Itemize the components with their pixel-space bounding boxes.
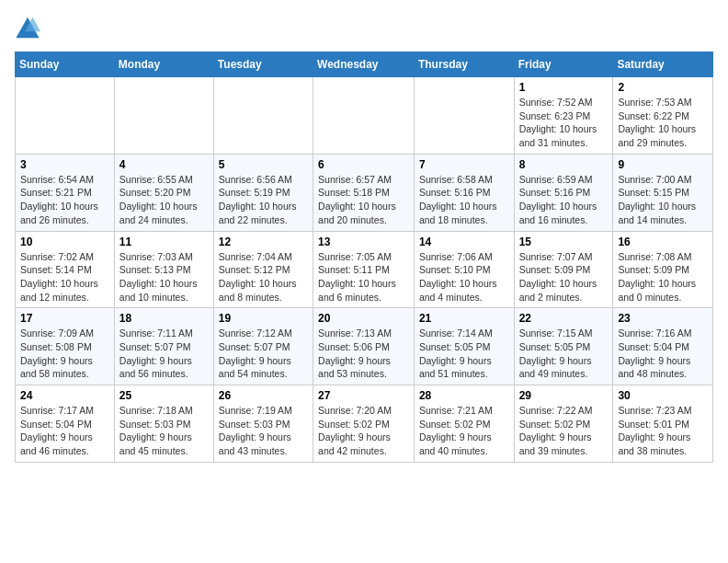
day-info: Sunrise: 7:00 AMSunset: 5:15 PMDaylight:… xyxy=(618,173,708,227)
calendar-cell xyxy=(213,77,313,155)
day-info: Sunrise: 7:08 AMSunset: 5:09 PMDaylight:… xyxy=(618,250,708,304)
calendar-body: 1Sunrise: 7:52 AMSunset: 6:23 PMDaylight… xyxy=(16,77,713,463)
calendar-week-3: 10Sunrise: 7:02 AMSunset: 5:14 PMDayligh… xyxy=(16,231,713,308)
calendar-cell: 18Sunrise: 7:11 AMSunset: 5:07 PMDayligh… xyxy=(114,308,213,385)
calendar-cell: 17Sunrise: 7:09 AMSunset: 5:08 PMDayligh… xyxy=(16,308,115,385)
day-info: Sunrise: 6:59 AMSunset: 5:16 PMDaylight:… xyxy=(519,173,609,227)
calendar-cell: 25Sunrise: 7:18 AMSunset: 5:03 PMDayligh… xyxy=(114,385,213,463)
column-header-friday: Friday xyxy=(514,52,613,77)
day-number: 7 xyxy=(419,158,509,171)
day-number: 26 xyxy=(219,389,308,402)
calendar-cell: 14Sunrise: 7:06 AMSunset: 5:10 PMDayligh… xyxy=(414,231,514,308)
calendar-cell: 10Sunrise: 7:02 AMSunset: 5:14 PMDayligh… xyxy=(16,231,115,308)
calendar-cell: 12Sunrise: 7:04 AMSunset: 5:12 PMDayligh… xyxy=(213,231,313,308)
day-info: Sunrise: 6:56 AMSunset: 5:19 PMDaylight:… xyxy=(219,173,308,227)
calendar-week-4: 17Sunrise: 7:09 AMSunset: 5:08 PMDayligh… xyxy=(16,308,713,385)
day-info: Sunrise: 7:07 AMSunset: 5:09 PMDaylight:… xyxy=(519,250,609,304)
day-number: 16 xyxy=(618,236,708,248)
calendar-header: SundayMondayTuesdayWednesdayThursdayFrid… xyxy=(16,52,713,77)
day-number: 21 xyxy=(419,312,509,325)
calendar-cell: 4Sunrise: 6:55 AMSunset: 5:20 PMDaylight… xyxy=(114,154,213,231)
calendar-cell: 27Sunrise: 7:20 AMSunset: 5:02 PMDayligh… xyxy=(313,385,415,463)
day-number: 23 xyxy=(618,312,708,325)
calendar-cell: 9Sunrise: 7:00 AMSunset: 5:15 PMDaylight… xyxy=(613,154,713,231)
day-info: Sunrise: 7:20 AMSunset: 5:02 PMDaylight:… xyxy=(318,404,409,458)
day-number: 13 xyxy=(318,236,409,248)
day-number: 25 xyxy=(119,389,209,402)
day-info: Sunrise: 7:53 AMSunset: 6:22 PMDaylight:… xyxy=(618,96,708,150)
day-number: 2 xyxy=(618,81,708,94)
day-number: 3 xyxy=(20,158,109,171)
calendar-week-2: 3Sunrise: 6:54 AMSunset: 5:21 PMDaylight… xyxy=(16,154,713,231)
day-number: 20 xyxy=(318,312,409,325)
day-info: Sunrise: 7:03 AMSunset: 5:13 PMDaylight:… xyxy=(119,250,209,304)
day-number: 6 xyxy=(318,158,409,171)
calendar-table: SundayMondayTuesdayWednesdayThursdayFrid… xyxy=(15,52,713,463)
day-info: Sunrise: 7:04 AMSunset: 5:12 PMDaylight:… xyxy=(219,250,308,304)
calendar-cell: 7Sunrise: 6:58 AMSunset: 5:16 PMDaylight… xyxy=(414,154,514,231)
day-number: 8 xyxy=(519,158,609,171)
day-info: Sunrise: 7:05 AMSunset: 5:11 PMDaylight:… xyxy=(318,250,409,304)
day-number: 27 xyxy=(318,389,409,402)
logo xyxy=(15,15,44,40)
calendar-cell: 30Sunrise: 7:23 AMSunset: 5:01 PMDayligh… xyxy=(613,385,713,463)
day-info: Sunrise: 7:16 AMSunset: 5:04 PMDaylight:… xyxy=(618,327,708,381)
day-number: 10 xyxy=(20,236,109,248)
day-info: Sunrise: 6:55 AMSunset: 5:20 PMDaylight:… xyxy=(119,173,209,227)
calendar-cell: 5Sunrise: 6:56 AMSunset: 5:19 PMDaylight… xyxy=(213,154,313,231)
day-info: Sunrise: 7:52 AMSunset: 6:23 PMDaylight:… xyxy=(519,96,609,150)
day-number: 4 xyxy=(119,158,209,171)
day-number: 19 xyxy=(219,312,308,325)
day-number: 15 xyxy=(519,236,609,248)
calendar-cell: 23Sunrise: 7:16 AMSunset: 5:04 PMDayligh… xyxy=(613,308,713,385)
day-info: Sunrise: 7:23 AMSunset: 5:01 PMDaylight:… xyxy=(618,404,708,458)
calendar-cell: 29Sunrise: 7:22 AMSunset: 5:02 PMDayligh… xyxy=(514,385,613,463)
day-info: Sunrise: 7:12 AMSunset: 5:07 PMDaylight:… xyxy=(219,327,308,381)
day-number: 9 xyxy=(618,158,708,171)
day-info: Sunrise: 7:17 AMSunset: 5:04 PMDaylight:… xyxy=(20,404,109,458)
calendar-cell xyxy=(16,77,115,155)
day-info: Sunrise: 7:13 AMSunset: 5:06 PMDaylight:… xyxy=(318,327,409,381)
day-number: 18 xyxy=(119,312,209,325)
day-number: 29 xyxy=(519,389,609,402)
column-header-saturday: Saturday xyxy=(613,52,713,77)
column-header-monday: Monday xyxy=(114,52,213,77)
day-info: Sunrise: 7:11 AMSunset: 5:07 PMDaylight:… xyxy=(119,327,209,381)
calendar-cell: 28Sunrise: 7:21 AMSunset: 5:02 PMDayligh… xyxy=(414,385,514,463)
calendar-cell xyxy=(114,77,213,155)
day-number: 11 xyxy=(119,236,209,248)
header-row: SundayMondayTuesdayWednesdayThursdayFrid… xyxy=(16,52,713,77)
day-number: 12 xyxy=(219,236,308,248)
day-info: Sunrise: 6:58 AMSunset: 5:16 PMDaylight:… xyxy=(419,173,509,227)
calendar-cell: 16Sunrise: 7:08 AMSunset: 5:09 PMDayligh… xyxy=(613,231,713,308)
calendar-cell: 2Sunrise: 7:53 AMSunset: 6:22 PMDaylight… xyxy=(613,77,713,155)
logo-icon xyxy=(15,15,40,40)
calendar-week-1: 1Sunrise: 7:52 AMSunset: 6:23 PMDaylight… xyxy=(16,77,713,155)
calendar-cell: 22Sunrise: 7:15 AMSunset: 5:05 PMDayligh… xyxy=(514,308,613,385)
day-info: Sunrise: 7:14 AMSunset: 5:05 PMDaylight:… xyxy=(419,327,509,381)
calendar-cell: 26Sunrise: 7:19 AMSunset: 5:03 PMDayligh… xyxy=(213,385,313,463)
column-header-wednesday: Wednesday xyxy=(313,52,415,77)
calendar-cell: 3Sunrise: 6:54 AMSunset: 5:21 PMDaylight… xyxy=(16,154,115,231)
calendar-cell xyxy=(313,77,415,155)
column-header-thursday: Thursday xyxy=(414,52,514,77)
calendar-cell: 24Sunrise: 7:17 AMSunset: 5:04 PMDayligh… xyxy=(16,385,115,463)
page-header xyxy=(15,15,713,40)
day-number: 24 xyxy=(20,389,109,402)
calendar-cell xyxy=(414,77,514,155)
day-info: Sunrise: 7:19 AMSunset: 5:03 PMDaylight:… xyxy=(219,404,308,458)
day-number: 17 xyxy=(20,312,109,325)
calendar-cell: 21Sunrise: 7:14 AMSunset: 5:05 PMDayligh… xyxy=(414,308,514,385)
day-number: 14 xyxy=(419,236,509,248)
day-number: 5 xyxy=(219,158,308,171)
day-info: Sunrise: 7:09 AMSunset: 5:08 PMDaylight:… xyxy=(20,327,109,381)
calendar-cell: 11Sunrise: 7:03 AMSunset: 5:13 PMDayligh… xyxy=(114,231,213,308)
day-number: 22 xyxy=(519,312,609,325)
calendar-cell: 8Sunrise: 6:59 AMSunset: 5:16 PMDaylight… xyxy=(514,154,613,231)
day-number: 1 xyxy=(519,81,609,94)
calendar-cell: 19Sunrise: 7:12 AMSunset: 5:07 PMDayligh… xyxy=(213,308,313,385)
day-info: Sunrise: 7:15 AMSunset: 5:05 PMDaylight:… xyxy=(519,327,609,381)
day-number: 30 xyxy=(618,389,708,402)
day-info: Sunrise: 7:21 AMSunset: 5:02 PMDaylight:… xyxy=(419,404,509,458)
day-info: Sunrise: 7:22 AMSunset: 5:02 PMDaylight:… xyxy=(519,404,609,458)
